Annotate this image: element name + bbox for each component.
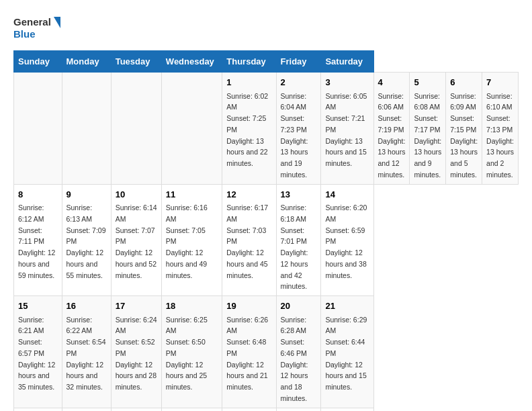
daylight-info: Daylight: 12 hours and 38 minutes. [325,248,366,279]
daylight-info: Daylight: 12 hours and 32 minutes. [66,361,103,392]
sunrise-info: Sunrise: 6:25 AM [166,316,208,335]
sunset-info: Sunset: 7:13 PM [486,114,513,134]
sunrise-info: Sunrise: 6:06 AM [378,92,404,111]
daylight-info: Daylight: 13 hours and 9 minutes. [414,137,441,179]
daylight-info: Daylight: 12 hours and 59 minutes. [18,248,55,279]
calendar-table: SundayMondayTuesdayWednesdayThursdayFrid… [13,50,519,411]
day-number: 18 [166,300,218,313]
day-number: 8 [18,188,58,201]
daylight-info: Daylight: 12 hours and 35 minutes. [18,361,55,392]
week-row-1: 1 Sunrise: 6:02 AM Sunset: 7:25 PM Dayli… [14,73,519,185]
sunset-info: Sunset: 7:11 PM [18,226,44,246]
sunset-info: Sunset: 7:21 PM [325,114,365,134]
daylight-info: Daylight: 12 hours and 21 minutes. [226,361,267,392]
calendar-cell: 14 Sunrise: 6:20 AM Sunset: 6:59 PM Dayl… [321,184,373,296]
sunrise-info: Sunrise: 6:05 AM [325,92,367,111]
daylight-info: Daylight: 12 hours and 49 minutes. [166,248,207,279]
calendar-cell: 4 Sunrise: 6:06 AM Sunset: 7:19 PM Dayli… [373,73,410,185]
daylight-info: Daylight: 12 hours and 15 minutes. [325,361,366,392]
sunrise-info: Sunrise: 6:08 AM [414,92,440,111]
sunrise-info: Sunrise: 6:22 AM [66,316,93,335]
calendar-cell: 1 Sunrise: 6:02 AM Sunset: 7:25 PM Dayli… [222,73,276,185]
calendar-cell: 13 Sunrise: 6:18 AM Sunset: 7:01 PM Dayl… [276,184,321,296]
day-number: 2 [281,76,317,89]
sunset-info: Sunset: 6:59 PM [325,226,365,246]
calendar-cell: 24 Sunrise: 6:33 AM Sunset: 6:38 PM Dayl… [111,408,161,411]
sunrise-info: Sunrise: 6:17 AM [226,203,268,223]
calendar-cell: 27 Sunrise: 6:37 AM Sunset: 6:32 PM Dayl… [276,408,321,411]
sunset-info: Sunset: 7:15 PM [450,114,476,134]
sunset-info: Sunset: 6:54 PM [66,338,106,357]
page-header: General Blue [13,13,519,44]
sunset-info: Sunset: 7:23 PM [281,114,307,134]
sunset-info: Sunset: 7:19 PM [378,114,404,134]
calendar-cell [111,73,161,185]
daylight-info: Daylight: 12 hours and 18 minutes. [281,361,308,402]
sunset-info: Sunset: 6:57 PM [18,338,44,357]
day-number: 3 [325,76,369,89]
sunset-info: Sunset: 6:48 PM [226,338,266,357]
calendar-cell: 26 Sunrise: 6:36 AM Sunset: 6:34 PM Dayl… [222,408,276,411]
sunrise-info: Sunrise: 6:16 AM [166,203,208,223]
calendar-cell: 9 Sunrise: 6:13 AM Sunset: 7:09 PM Dayli… [62,184,111,296]
day-number: 17 [116,300,157,313]
sunrise-info: Sunrise: 6:29 AM [325,316,367,335]
logo: General Blue [13,13,60,44]
calendar-cell: 19 Sunrise: 6:26 AM Sunset: 6:48 PM Dayl… [222,296,276,408]
day-number: 6 [450,76,478,89]
day-number: 20 [281,300,317,313]
calendar-cell: 15 Sunrise: 6:21 AM Sunset: 6:57 PM Dayl… [14,296,62,408]
calendar-cell: 16 Sunrise: 6:22 AM Sunset: 6:54 PM Dayl… [62,296,111,408]
sunset-info: Sunset: 7:09 PM [66,226,106,246]
sunset-info: Sunset: 6:50 PM [166,338,206,357]
calendar-cell: 18 Sunrise: 6:25 AM Sunset: 6:50 PM Dayl… [161,296,222,408]
week-row-4: 22 Sunrise: 6:30 AM Sunset: 6:42 PM Dayl… [14,408,519,411]
calendar-cell [62,73,111,185]
svg-marker-2 [54,17,60,28]
sunrise-info: Sunrise: 6:10 AM [486,92,513,111]
calendar-cell: 3 Sunrise: 6:05 AM Sunset: 7:21 PM Dayli… [321,73,373,185]
sunset-info: Sunset: 7:07 PM [116,226,155,246]
col-header-wednesday: Wednesday [161,51,222,73]
sunrise-info: Sunrise: 6:24 AM [116,316,157,335]
daylight-info: Daylight: 12 hours and 52 minutes. [116,248,157,279]
col-header-monday: Monday [62,51,111,73]
week-row-3: 15 Sunrise: 6:21 AM Sunset: 6:57 PM Dayl… [14,296,519,408]
daylight-info: Daylight: 13 hours and 22 minutes. [226,137,267,168]
daylight-info: Daylight: 13 hours and 2 minutes. [486,137,514,179]
sunrise-info: Sunrise: 6:20 AM [325,203,367,223]
calendar-cell: 6 Sunrise: 6:09 AM Sunset: 7:15 PM Dayli… [446,73,482,185]
sunrise-info: Sunrise: 6:13 AM [66,203,93,223]
sunset-info: Sunset: 7:17 PM [414,114,440,134]
svg-text:General: General [13,16,51,28]
daylight-info: Daylight: 13 hours and 12 minutes. [378,137,406,179]
day-number: 15 [18,300,58,313]
header-row: SundayMondayTuesdayWednesdayThursdayFrid… [14,51,519,73]
sunset-info: Sunset: 7:01 PM [281,226,307,246]
calendar-cell: 23 Sunrise: 6:32 AM Sunset: 6:40 PM Dayl… [62,408,111,411]
sunset-info: Sunset: 7:25 PM [226,114,266,134]
calendar-cell: 8 Sunrise: 6:12 AM Sunset: 7:11 PM Dayli… [14,184,62,296]
calendar-cell [14,73,62,185]
day-number: 12 [226,188,271,201]
logo-svg: General Blue [13,13,60,44]
calendar-cell: 28 Sunrise: 6:39 AM Sunset: 6:30 PM Dayl… [321,408,373,411]
calendar-cell: 2 Sunrise: 6:04 AM Sunset: 7:23 PM Dayli… [276,73,321,185]
svg-text:Blue: Blue [13,28,36,40]
calendar-cell: 12 Sunrise: 6:17 AM Sunset: 7:03 PM Dayl… [222,184,276,296]
day-number: 21 [325,300,369,313]
day-number: 19 [226,300,271,313]
daylight-info: Daylight: 12 hours and 28 minutes. [116,361,157,392]
sunrise-info: Sunrise: 6:18 AM [281,203,307,223]
sunrise-info: Sunrise: 6:09 AM [450,92,476,111]
sunrise-info: Sunrise: 6:14 AM [116,203,157,223]
calendar-cell: 20 Sunrise: 6:28 AM Sunset: 6:46 PM Dayl… [276,296,321,408]
day-number: 13 [281,188,317,201]
daylight-info: Daylight: 13 hours and 15 minutes. [325,137,366,168]
day-number: 16 [66,300,107,313]
day-number: 10 [116,188,157,201]
sunrise-info: Sunrise: 6:02 AM [226,92,268,111]
sunset-info: Sunset: 6:44 PM [325,338,365,357]
col-header-tuesday: Tuesday [111,51,161,73]
calendar-cell [161,73,222,185]
